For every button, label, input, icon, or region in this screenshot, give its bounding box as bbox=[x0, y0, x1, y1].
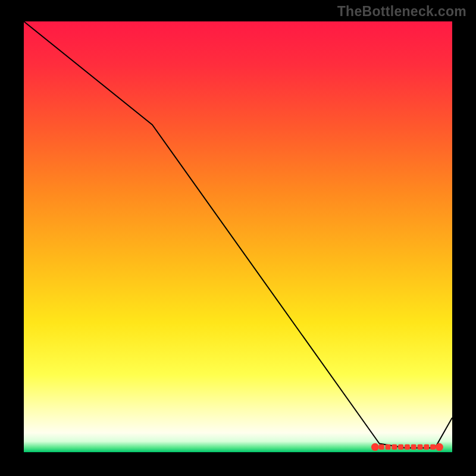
chart-frame: TheBottleneck.com bbox=[0, 0, 476, 476]
marker-endcap bbox=[436, 443, 443, 451]
marker-point bbox=[392, 444, 397, 450]
plot-area bbox=[24, 21, 452, 452]
marker-point bbox=[398, 444, 403, 450]
chart-svg bbox=[24, 21, 452, 452]
marker-point bbox=[405, 444, 410, 450]
marker-point bbox=[386, 444, 391, 450]
marker-point bbox=[430, 444, 436, 450]
marker-point bbox=[411, 444, 416, 450]
marker-point bbox=[379, 444, 384, 450]
marker-endcap bbox=[371, 443, 379, 451]
marker-point bbox=[424, 444, 429, 450]
marker-point bbox=[418, 444, 423, 450]
gradient-background bbox=[24, 21, 452, 452]
watermark-text: TheBottleneck.com bbox=[337, 4, 466, 20]
